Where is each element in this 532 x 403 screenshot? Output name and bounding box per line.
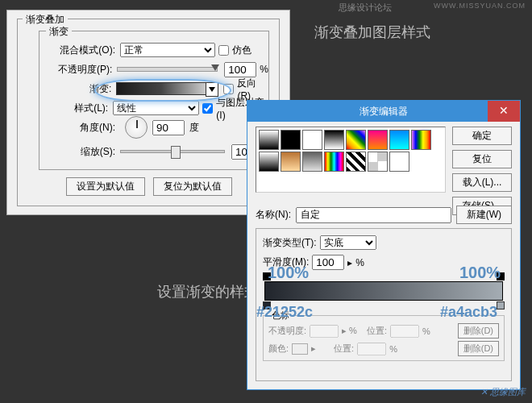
editor-titlebar[interactable]: 渐变编辑器 ✕ — [247, 101, 520, 122]
align-checkbox[interactable] — [202, 103, 213, 114]
preset-swatch[interactable] — [389, 130, 409, 150]
reverse-checkbox[interactable] — [223, 84, 234, 94]
preset-swatch[interactable] — [259, 130, 279, 150]
opacity-pct: % — [260, 64, 268, 75]
annot-pct-left: 100% — [268, 264, 309, 282]
gradient-editor-dialog: 渐变编辑器 ✕ 确定 复位 载入(L)... 存储(S)... 名称(N): 新… — [247, 100, 521, 390]
angle-unit: 度 — [189, 121, 199, 135]
type-select[interactable]: 实底 — [320, 235, 376, 250]
stop-pos1-input — [390, 325, 419, 338]
preset-swatch[interactable] — [368, 130, 388, 150]
preset-swatch[interactable] — [302, 152, 322, 172]
annotation-title: 渐变叠加图层样式 — [314, 23, 430, 42]
angle-input[interactable] — [152, 120, 185, 135]
style-label: 样式(L): — [39, 102, 113, 115]
preset-swatch[interactable] — [281, 130, 301, 150]
bottom-watermark: ✕ 思缘图库 — [480, 386, 526, 398]
watermark-url: WWW.MISSYUAN.COM — [434, 2, 526, 10]
name-label: 名称(N): — [256, 208, 291, 222]
delete-color-stop[interactable]: 删除(D) — [458, 341, 499, 356]
cancel-button[interactable]: 复位 — [452, 150, 512, 168]
dither-label: 仿色 — [232, 44, 251, 57]
blend-mode-select[interactable]: 正常 — [120, 43, 215, 57]
preset-swatch[interactable] — [324, 130, 344, 150]
scale-label: 缩放(S): — [39, 145, 120, 159]
preset-swatch[interactable] — [346, 130, 366, 150]
blend-mode-label: 混合模式(O): — [39, 44, 120, 57]
stop-pos2-input — [357, 343, 386, 355]
angle-label: 角度(N): — [39, 121, 120, 135]
preset-swatch[interactable] — [368, 152, 388, 172]
dither-checkbox[interactable] — [218, 45, 229, 56]
preset-grid — [256, 127, 446, 193]
opacity-input[interactable] — [224, 62, 256, 77]
inner-legend: 渐变 — [46, 25, 72, 39]
preset-swatch[interactable] — [281, 152, 301, 172]
preset-swatch[interactable] — [324, 152, 344, 172]
opacity-label: 不透明度(P): — [39, 63, 117, 77]
close-button[interactable]: ✕ — [488, 101, 520, 122]
stop-opacity-input — [310, 325, 339, 338]
outer-fieldset: 渐变叠加 渐变 混合模式(O): 正常 仿色 不透明度(P): % 渐变: 反向… — [17, 19, 280, 206]
preset-swatch[interactable] — [389, 152, 409, 172]
set-default-button[interactable]: 设置为默认值 — [66, 177, 145, 196]
preset-swatch[interactable] — [259, 152, 279, 172]
scale-slider[interactable] — [120, 150, 225, 153]
name-input[interactable] — [296, 207, 451, 223]
style-select[interactable]: 线性 — [113, 101, 199, 115]
gradient-bar[interactable] — [264, 281, 503, 301]
annotation-subtitle: 设置渐变的样式 — [157, 282, 259, 301]
color-stop-right[interactable] — [497, 301, 505, 310]
stop-color-chip[interactable] — [292, 343, 308, 355]
preset-swatch[interactable] — [302, 130, 322, 150]
editor-title: 渐变编辑器 — [247, 105, 520, 118]
reset-default-button[interactable]: 复位为默认值 — [153, 177, 232, 196]
load-button[interactable]: 载入(L)... — [452, 173, 512, 192]
ok-button[interactable]: 确定 — [452, 127, 512, 145]
forum-caption: 思缘设计论坛 — [339, 2, 392, 14]
gradient-label: 渐变: — [39, 82, 116, 96]
inner-fieldset: 渐变 混合模式(O): 正常 仿色 不透明度(P): % 渐变: 反向(R) 样… — [39, 31, 269, 170]
type-label: 渐变类型(T): — [263, 236, 317, 250]
smooth-input[interactable] — [312, 255, 344, 270]
gradient-dropdown-icon[interactable] — [206, 82, 218, 97]
annot-hex-right: #a4acb3 — [440, 304, 497, 321]
preset-swatch[interactable] — [346, 152, 366, 172]
stops-fieldset: 色标 不透明度:▸ % 位置:% 删除(D) 颜色:▸ 位置:% 删除(D) — [263, 315, 505, 361]
annot-hex-left: #21252c — [256, 304, 313, 321]
angle-dial[interactable] — [125, 116, 148, 139]
gradient-preview[interactable] — [116, 82, 206, 95]
delete-opacity-stop[interactable]: 删除(D) — [458, 323, 499, 339]
annot-pct-right: 100% — [459, 264, 501, 282]
new-button[interactable]: 新建(W) — [456, 206, 512, 224]
opacity-slider[interactable] — [117, 67, 218, 72]
preset-swatch[interactable] — [411, 130, 431, 150]
